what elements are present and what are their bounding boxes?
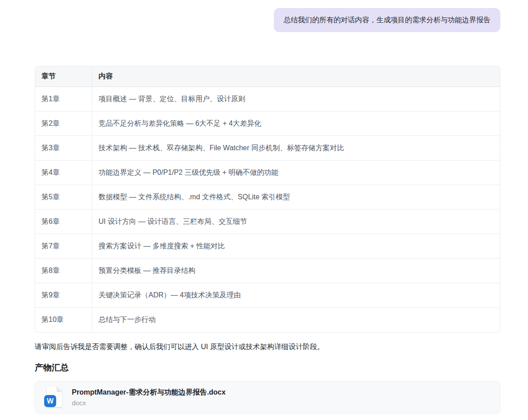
page-fold-corner [57, 387, 62, 392]
content-cell: 预置分类模板 — 推荐目录结构 [92, 259, 500, 283]
chapters-table: 章节 内容 第1章 项目概述 — 背景、定位、目标用户、设计原则 第2章 竞品不… [35, 66, 500, 333]
content-cell: 数据模型 — 文件系统结构、.md 文件格式、SQLite 索引模型 [92, 185, 500, 210]
chapter-cell: 第10章 [35, 308, 92, 332]
table-row: 第1章 项目概述 — 背景、定位、目标用户、设计原则 [35, 87, 500, 111]
chapter-cell: 第8章 [35, 259, 92, 283]
table-row: 第3章 技术架构 — 技术栈、双存储架构、File Watcher 同步机制、标… [35, 136, 500, 161]
content-cell: 项目概述 — 背景、定位、目标用户、设计原则 [92, 87, 500, 111]
chapter-cell: 第4章 [35, 161, 92, 185]
table-row: 第10章 总结与下一步行动 [35, 308, 500, 332]
file-type-label: docx [72, 399, 226, 407]
word-document-icon: W [44, 387, 62, 408]
chapter-cell: 第5章 [35, 185, 92, 210]
closing-note: 请审阅后告诉我是否需要调整，确认后我们可以进入 UI 原型设计或技术架构详细设计… [35, 342, 500, 352]
content-cell: 关键决策记录（ADR）— 4项技术决策及理由 [92, 283, 500, 308]
table-header-content: 内容 [92, 66, 500, 87]
user-message-row: 总结我们的所有的对话内容，生成项目的需求分析与功能边界报告 [35, 0, 500, 32]
content-cell: 总结与下一步行动 [92, 308, 500, 332]
chapter-cell: 第7章 [35, 234, 92, 259]
content-cell: 功能边界定义 — P0/P1/P2 三级优先级 + 明确不做的功能 [92, 161, 500, 185]
table-row: 第2章 竞品不足分析与差异化策略 — 6大不足 + 4大差异化 [35, 111, 500, 136]
content-cell: 竞品不足分析与差异化策略 — 6大不足 + 4大差异化 [92, 111, 500, 136]
table-header-row: 章节 内容 [35, 66, 500, 87]
table-row: 第7章 搜索方案设计 — 多维度搜索 + 性能对比 [35, 234, 500, 259]
content-cell: 搜索方案设计 — 多维度搜索 + 性能对比 [92, 234, 500, 259]
chapter-cell: 第2章 [35, 111, 92, 136]
table-header-chapter: 章节 [35, 66, 92, 87]
table-row: 第4章 功能边界定义 — P0/P1/P2 三级优先级 + 明确不做的功能 [35, 161, 500, 185]
word-w-badge: W [44, 395, 56, 407]
file-name: PromptManager-需求分析与功能边界报告.docx [72, 388, 226, 397]
table-row: 第8章 预置分类模板 — 推荐目录结构 [35, 259, 500, 283]
table-row: 第6章 UI 设计方向 — 设计语言、三栏布局、交互细节 [35, 210, 500, 234]
chapter-cell: 第9章 [35, 283, 92, 308]
file-attachment-card[interactable]: W PromptManager-需求分析与功能边界报告.docx docx [35, 381, 500, 414]
content-cell: UI 设计方向 — 设计语言、三栏布局、交互细节 [92, 210, 500, 234]
chapter-cell: 第1章 [35, 87, 92, 111]
chat-message-area: 总结我们的所有的对话内容，生成项目的需求分析与功能边界报告 章节 内容 第1章 … [35, 0, 500, 414]
user-message-bubble: 总结我们的所有的对话内容，生成项目的需求分析与功能边界报告 [274, 8, 500, 32]
table-row: 第5章 数据模型 — 文件系统结构、.md 文件格式、SQLite 索引模型 [35, 185, 500, 210]
chapter-cell: 第3章 [35, 136, 92, 161]
content-cell: 技术架构 — 技术栈、双存储架构、File Watcher 同步机制、标签存储方… [92, 136, 500, 161]
chapter-cell: 第6章 [35, 210, 92, 234]
file-meta: PromptManager-需求分析与功能边界报告.docx docx [72, 388, 226, 407]
deliverables-heading: 产物汇总 [35, 362, 500, 374]
user-message-text: 总结我们的所有的对话内容，生成项目的需求分析与功能边界报告 [284, 16, 491, 24]
table-row: 第9章 关键决策记录（ADR）— 4项技术决策及理由 [35, 283, 500, 308]
